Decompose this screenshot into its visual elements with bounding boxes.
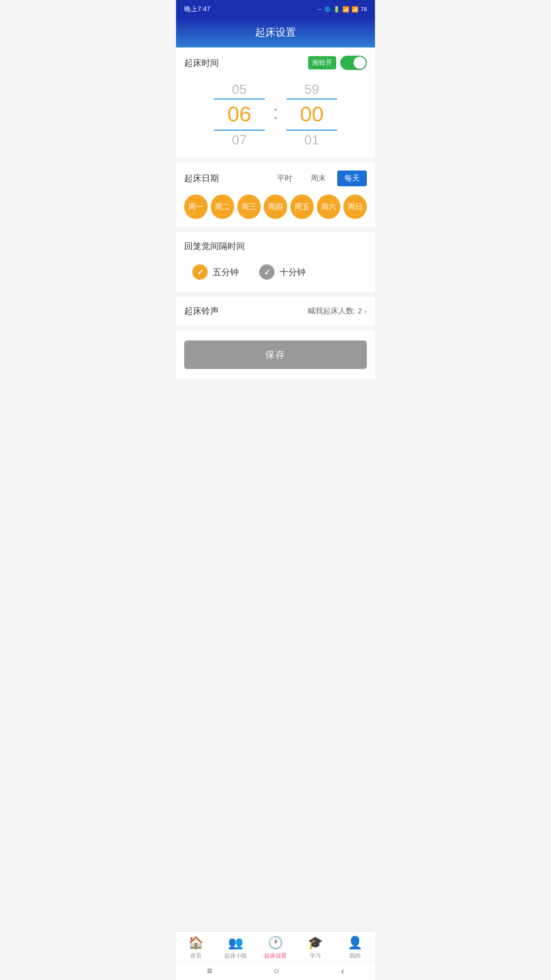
battery-level: 78 — [361, 6, 367, 12]
weekday-fri[interactable]: 周五 — [290, 194, 314, 219]
group-icon: 👥 — [228, 936, 243, 950]
snooze-ten[interactable]: 十分钟 — [259, 264, 306, 280]
weekday-thu[interactable]: 周四 — [264, 194, 287, 219]
hour-prev[interactable]: 05 — [232, 80, 247, 99]
check-ten-icon — [259, 264, 274, 280]
weekday-mon[interactable]: 周一 — [184, 194, 208, 219]
main-content: 起床时间 闹铃开 05 06 07 : 59 00 01 — [176, 47, 375, 931]
alarm-row: 起床时间 闹铃开 — [184, 56, 367, 70]
nav-study-label: 学习 — [310, 952, 321, 960]
save-section: 保存 — [176, 330, 375, 379]
date-section: 起床日期 平时 周末 每天 周一 周二 周三 周四 周五 周六 周日 — [176, 162, 375, 227]
mine-icon: 👤 — [347, 936, 363, 950]
snooze-ten-label: 十分钟 — [280, 266, 306, 278]
weekday-tue[interactable]: 周二 — [211, 194, 234, 219]
date-tabs: 平时 周末 每天 — [270, 170, 367, 186]
time-separator: : — [273, 102, 278, 124]
toggle-container: 闹铃开 — [308, 56, 367, 70]
bottom-nav: 🏠 首页 👥 起床小组 🕐 起床设置 🎓 学习 👤 我的 — [176, 931, 375, 962]
ringtone-chevron: › — [364, 307, 367, 316]
date-label: 起床日期 — [184, 173, 219, 184]
status-bar: 晚上7:47 ··· 🔵 🔋 📶 📶 78 — [176, 0, 375, 18]
ringtone-row: 起床铃声 喊我起床人数: 2 › — [184, 305, 367, 317]
tab-zhoumo[interactable]: 周末 — [304, 170, 333, 186]
hour-current[interactable]: 06 — [214, 99, 265, 130]
study-icon: 🎓 — [308, 936, 323, 950]
toggle-label: 闹铃开 — [308, 56, 336, 69]
alarm-toggle[interactable] — [340, 56, 367, 70]
snooze-options: 五分钟 十分钟 — [184, 260, 367, 284]
snooze-five-label: 五分钟 — [213, 266, 239, 278]
status-time: 晚上7:47 — [184, 5, 210, 14]
minute-current[interactable]: 00 — [286, 99, 337, 130]
home-icon: 🏠 — [188, 936, 204, 950]
check-five-icon — [192, 264, 208, 280]
ringtone-section[interactable]: 起床铃声 喊我起床人数: 2 › — [176, 297, 375, 325]
nav-alarm-label: 起床设置 — [264, 952, 287, 960]
ringtone-info-text: 喊我起床人数: 2 — [308, 306, 362, 316]
page-header: 起床设置 — [176, 18, 375, 47]
nav-group[interactable]: 👥 起床小组 — [220, 936, 251, 960]
ringtone-info[interactable]: 喊我起床人数: 2 › — [308, 306, 367, 316]
tab-pingshi[interactable]: 平时 — [270, 170, 299, 186]
alarm-time-label: 起床时间 — [184, 57, 219, 69]
sys-home-btn[interactable]: ○ — [274, 966, 280, 976]
weekday-sun[interactable]: 周日 — [343, 194, 367, 219]
hour-column: 05 06 07 — [214, 80, 265, 149]
alarm-icon: 🕐 — [268, 936, 283, 950]
snooze-label: 回笼觉间隔时间 — [184, 240, 367, 252]
time-picker: 05 06 07 : 59 00 01 — [184, 80, 367, 149]
minute-next[interactable]: 01 — [305, 131, 319, 149]
save-button[interactable]: 保存 — [184, 340, 367, 369]
minute-prev[interactable]: 59 — [305, 80, 319, 99]
alarm-time-section: 起床时间 闹铃开 05 06 07 : 59 00 01 — [176, 47, 375, 157]
nav-home-label: 首页 — [190, 952, 202, 960]
tab-everyday[interactable]: 每天 — [337, 170, 367, 186]
nav-mine[interactable]: 👤 我的 — [340, 936, 370, 960]
minute-column: 59 00 01 — [286, 80, 337, 149]
nav-mine-label: 我的 — [349, 952, 361, 960]
nav-alarm[interactable]: 🕐 起床设置 — [260, 936, 291, 960]
page-title: 起床设置 — [255, 27, 296, 38]
status-right: ··· 🔵 🔋 📶 📶 78 — [317, 6, 367, 13]
ringtone-label: 起床铃声 — [184, 305, 219, 317]
sys-menu-btn[interactable]: ≡ — [207, 966, 212, 976]
weekday-wed[interactable]: 周三 — [237, 194, 261, 219]
weekdays: 周一 周二 周三 周四 周五 周六 周日 — [184, 194, 367, 219]
sys-nav: ≡ ○ ‹ — [176, 962, 375, 980]
nav-group-label: 起床小组 — [224, 952, 247, 960]
nav-study[interactable]: 🎓 学习 — [300, 936, 331, 960]
date-header: 起床日期 平时 周末 每天 — [184, 170, 367, 186]
snooze-five[interactable]: 五分钟 — [192, 264, 239, 280]
nav-home[interactable]: 🏠 首页 — [181, 936, 211, 960]
sys-back-btn[interactable]: ‹ — [341, 966, 344, 976]
hour-next[interactable]: 07 — [232, 131, 247, 149]
snooze-section: 回笼觉间隔时间 五分钟 十分钟 — [176, 232, 375, 292]
weekday-sat[interactable]: 周六 — [317, 194, 340, 219]
